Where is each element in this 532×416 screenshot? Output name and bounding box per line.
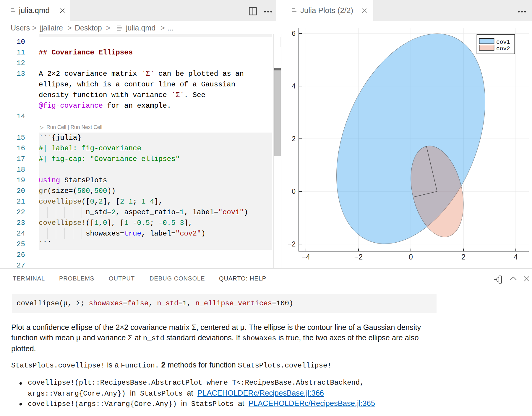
svg-text:4: 4	[292, 82, 296, 90]
svg-text:6: 6	[292, 30, 296, 37]
svg-text:0: 0	[409, 253, 413, 261]
svg-text:−4: −4	[302, 253, 310, 261]
svg-text:−2: −2	[354, 253, 363, 261]
svg-text:0: 0	[292, 188, 296, 195]
svg-text:4: 4	[514, 253, 518, 261]
svg-text:cov2: cov2	[496, 46, 510, 52]
svg-text:2: 2	[461, 253, 466, 261]
svg-text:2: 2	[292, 135, 296, 143]
svg-text:cov1: cov1	[496, 39, 510, 46]
svg-text:−2: −2	[288, 240, 296, 248]
